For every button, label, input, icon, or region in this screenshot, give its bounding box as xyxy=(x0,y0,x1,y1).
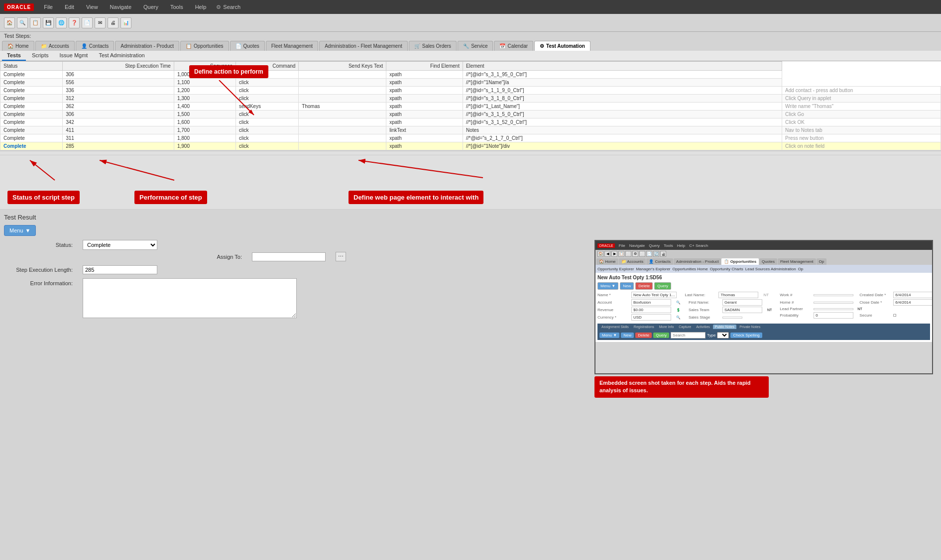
sub-tab-issue-mgmt[interactable]: Issue Mgmt xyxy=(55,51,93,61)
menu-view[interactable]: View xyxy=(84,3,100,11)
menu-navigate[interactable]: Navigate xyxy=(108,3,133,11)
table-row[interactable]: Complete 556 1,100 click xpath //*[@id="… xyxy=(0,79,941,87)
embedded-created-value: 6/4/2014 xyxy=(893,292,933,298)
row-send-keys xyxy=(299,118,386,126)
row-send-keys xyxy=(299,142,386,150)
embedded-content: New Auto Test Opty 1:5D56 Menu ▼ New Del… xyxy=(595,273,932,342)
row-find-element: xpath xyxy=(386,71,463,79)
tab-service[interactable]: 🔧Service xyxy=(458,41,493,51)
embedded-check-spelling-btn: Check Spelling xyxy=(730,333,762,338)
row-find-element: xpath xyxy=(386,111,463,118)
sub-tab-test-admin[interactable]: Test Administration xyxy=(94,51,149,61)
row-element: //*[@id="s_1_1_9_0_Ctrl"] xyxy=(463,87,782,95)
menu-query[interactable]: Query xyxy=(141,3,160,11)
embedded-tab-public-notes: Public Notes xyxy=(713,325,736,329)
embedded-account-value: Boxfusion xyxy=(631,299,671,306)
toolbar-btn-8[interactable]: ✉ xyxy=(95,17,106,28)
embedded-tab-private-notes: Private Notes xyxy=(737,325,762,329)
row-element: //*[@id="s_3_1_95_0_Ctrl"] xyxy=(463,71,782,79)
col-element: Element xyxy=(463,62,782,71)
toolbar-btn-5[interactable]: 🌐 xyxy=(56,17,67,28)
table-row[interactable]: Complete 306 1,000 click xpath //*[@id="… xyxy=(0,71,941,79)
toolbar-btn-10[interactable]: 📊 xyxy=(120,17,131,28)
embedded-menu-btn: Menu ▼ xyxy=(597,282,618,290)
toolbar-btn-3[interactable]: 📋 xyxy=(30,17,41,28)
embedded-tab-admin-product: Administration - Product xyxy=(674,258,721,265)
sub-tab-tests[interactable]: Tests xyxy=(2,51,26,61)
exec-length-label: Step Execution Length: xyxy=(8,267,73,273)
toolbar-btn-1[interactable]: 🏠 xyxy=(4,17,15,28)
table-row[interactable]: Complete 362 1,400 sendKeys Thomas xpath… xyxy=(0,103,941,111)
assign-to-picker-btn[interactable]: ⋯ xyxy=(336,252,346,261)
toolbar-btn-7[interactable]: 📄 xyxy=(82,17,93,28)
row-status: Complete xyxy=(0,79,63,87)
tab-quotes[interactable]: 📄Quotes xyxy=(230,41,265,51)
tab-admin-fleet[interactable]: Administration - Fleet Management xyxy=(319,41,408,51)
sub-tab-scripts[interactable]: Scripts xyxy=(27,51,54,61)
search-menu[interactable]: ⚙ Search xyxy=(216,4,240,10)
exec-length-input[interactable] xyxy=(83,265,157,274)
embedded-tb-3: ▶ xyxy=(611,251,617,257)
toolbar-btn-9[interactable]: 🖨 xyxy=(108,17,118,28)
row-status: Complete xyxy=(0,142,63,150)
assign-to-input[interactable] xyxy=(252,252,326,261)
form-row-status: Status: Complete xyxy=(8,240,590,250)
tab-sales-orders[interactable]: 🛒Sales Orders xyxy=(409,41,457,51)
embedded-sales-team-label: Sales Team xyxy=(689,308,718,312)
row-element: //*[@id="s_3_1_5_0_Ctrl"] xyxy=(463,111,782,118)
embedded-sales-stage-label: Sales Stage xyxy=(689,315,718,320)
toolbar-btn-2[interactable]: 🔍 xyxy=(17,17,28,28)
tab-admin-product[interactable]: Administration - Product xyxy=(115,41,179,51)
row-status: Complete xyxy=(0,71,63,79)
embedded-close-date-label: Close Date * xyxy=(859,300,889,305)
embedded-search-input xyxy=(671,332,706,338)
tab-opportunities[interactable]: 📋Opportunities xyxy=(180,41,229,51)
embedded-menu-search: C+ Search xyxy=(689,243,708,248)
tab-test-automation[interactable]: ⚙Test Automation xyxy=(534,41,590,51)
table-row-highlighted[interactable]: Complete 285 1,900 click xpath //*[@id="… xyxy=(0,142,941,150)
table-row[interactable]: Complete 306 1,500 click xpath //*[@id="… xyxy=(0,111,941,118)
row-note: Click OK xyxy=(782,118,941,126)
form-row-exec-length: Step Execution Length: xyxy=(8,265,590,274)
toolbar-btn-4[interactable]: 💾 xyxy=(43,17,54,28)
row-exec-time: 556 xyxy=(63,79,174,87)
tab-fleet[interactable]: Fleet Management xyxy=(266,41,318,51)
main-content: Define action to perform Status Step Exe… xyxy=(0,61,941,210)
table-row[interactable]: Complete 311 1,800 click xpath //*@id="s… xyxy=(0,134,941,142)
table-row[interactable]: Complete 336 1,200 click xpath //*[@id="… xyxy=(0,87,941,95)
embedded-lead-row: Lead Partner NT xyxy=(780,307,933,311)
menu-help[interactable]: Help xyxy=(193,3,209,11)
embedded-currency-label: Currency * xyxy=(597,315,627,320)
embedded-tab-capture: Capture xyxy=(677,325,693,329)
embedded-menu-tools: Tools xyxy=(664,243,673,248)
table-row[interactable]: Complete 342 1,600 click xpath //*[@id="… xyxy=(0,118,941,126)
table-row[interactable]: Complete 312 1,300 click xpath //*[@id="… xyxy=(0,95,941,103)
table-row[interactable]: Complete 411 1,700 click linkText Notes … xyxy=(0,126,941,134)
menu-edit[interactable]: Edit xyxy=(63,3,76,11)
embedded-prob-label: Probability xyxy=(780,313,810,318)
tab-calendar[interactable]: 📅Calendar xyxy=(494,41,533,51)
menu-file[interactable]: File xyxy=(42,3,55,11)
embedded-bot-menu: Menu ▼ xyxy=(599,333,619,338)
toolbar-btn-6[interactable]: ❓ xyxy=(69,17,80,28)
row-note: Nav to Notes tab xyxy=(782,126,941,134)
embedded-name-value: New Auto Test Opty 1... xyxy=(631,292,677,298)
embedded-lead-value xyxy=(814,308,853,310)
embedded-tab-reg: Registrations xyxy=(632,325,656,329)
error-info-textarea[interactable] xyxy=(83,278,297,318)
embedded-tab-assign: Assignment Skills xyxy=(599,325,631,329)
tab-contacts[interactable]: 👤Contacts xyxy=(76,41,114,51)
embedded-subnav-charts: Opportunity Charts xyxy=(710,267,743,271)
tab-accounts[interactable]: 📁Accounts xyxy=(35,41,75,51)
embedded-tb-5: ⬜ xyxy=(625,251,631,257)
menu-dropdown-button[interactable]: Menu ▼ xyxy=(4,225,36,236)
col-status: Status xyxy=(0,62,63,71)
embedded-tb-2: ◀ xyxy=(604,251,610,257)
row-exec-time: 342 xyxy=(63,118,174,126)
embedded-currency-value: USD xyxy=(631,314,671,321)
status-select[interactable]: Complete xyxy=(83,240,157,250)
assign-to-label: Assign To: xyxy=(177,254,242,260)
menu-tools[interactable]: Tools xyxy=(168,3,185,11)
tab-home[interactable]: 🏠Home xyxy=(2,41,34,51)
embedded-bot-delete: Delete xyxy=(635,333,652,338)
